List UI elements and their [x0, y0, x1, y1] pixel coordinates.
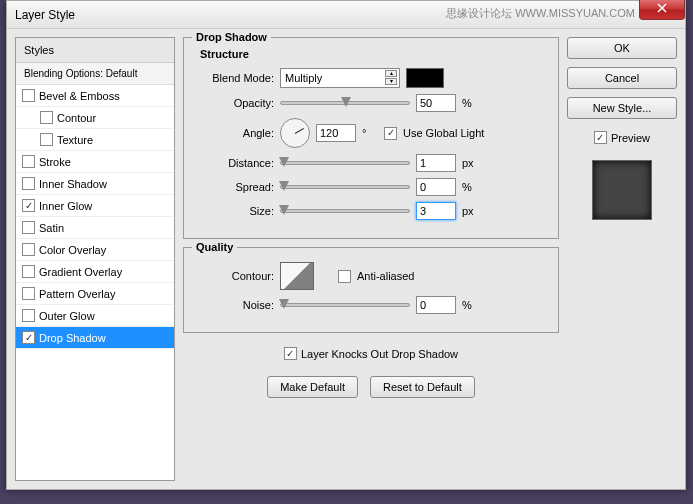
reset-default-button[interactable]: Reset to Default	[370, 376, 475, 398]
quality-group: Quality Contour: Anti-aliased Noise: 0 %	[183, 247, 559, 333]
contour-label: Contour:	[194, 270, 274, 282]
style-item-color-overlay[interactable]: Color Overlay	[16, 239, 174, 261]
spread-input[interactable]: 0	[416, 178, 456, 196]
angle-unit: °	[362, 127, 378, 139]
structure-group: Drop Shadow Structure Blend Mode: Multip…	[183, 37, 559, 239]
size-input[interactable]: 3	[416, 202, 456, 220]
style-checkbox[interactable]	[40, 111, 53, 124]
spread-label: Spread:	[194, 181, 274, 193]
style-checkbox[interactable]	[22, 265, 35, 278]
style-label: Inner Shadow	[39, 178, 107, 190]
style-label: Color Overlay	[39, 244, 106, 256]
spread-unit: %	[462, 181, 478, 193]
quality-title: Quality	[192, 241, 237, 253]
style-label: Inner Glow	[39, 200, 92, 212]
cancel-button[interactable]: Cancel	[567, 67, 677, 89]
settings-panel: Drop Shadow Structure Blend Mode: Multip…	[183, 37, 559, 481]
watermark: 思缘设计论坛 WWW.MISSYUAN.COM	[446, 6, 635, 21]
blend-mode-select[interactable]: Multiply ▴▾	[280, 68, 400, 88]
spread-slider[interactable]	[280, 185, 410, 189]
angle-dial[interactable]	[280, 118, 310, 148]
antialiased-checkbox[interactable]	[338, 270, 351, 283]
style-item-contour[interactable]: Contour	[16, 107, 174, 129]
style-label: Texture	[57, 134, 93, 146]
panel-title: Drop Shadow	[192, 31, 271, 43]
close-button[interactable]	[639, 0, 685, 20]
style-checkbox[interactable]	[22, 287, 35, 300]
knockout-checkbox[interactable]	[284, 347, 297, 360]
knockout-label: Layer Knocks Out Drop Shadow	[301, 348, 458, 360]
size-label: Size:	[194, 205, 274, 217]
style-checkbox[interactable]	[22, 331, 35, 344]
noise-slider[interactable]	[280, 303, 410, 307]
style-checkbox[interactable]	[22, 199, 35, 212]
style-item-satin[interactable]: Satin	[16, 217, 174, 239]
style-item-bevel-emboss[interactable]: Bevel & Emboss	[16, 85, 174, 107]
style-label: Drop Shadow	[39, 332, 106, 344]
style-item-inner-shadow[interactable]: Inner Shadow	[16, 173, 174, 195]
style-checkbox[interactable]	[22, 89, 35, 102]
opacity-input[interactable]: 50	[416, 94, 456, 112]
antialiased-label: Anti-aliased	[357, 270, 414, 282]
opacity-unit: %	[462, 97, 478, 109]
ok-button[interactable]: OK	[567, 37, 677, 59]
style-item-texture[interactable]: Texture	[16, 129, 174, 151]
style-label: Stroke	[39, 156, 71, 168]
titlebar[interactable]: Layer Style 思缘设计论坛 WWW.MISSYUAN.COM	[7, 1, 685, 29]
layer-style-dialog: Layer Style 思缘设计论坛 WWW.MISSYUAN.COM Styl…	[6, 0, 686, 490]
style-label: Contour	[57, 112, 96, 124]
preview-label: Preview	[611, 132, 650, 144]
style-item-outer-glow[interactable]: Outer Glow	[16, 305, 174, 327]
style-checkbox[interactable]	[22, 155, 35, 168]
distance-unit: px	[462, 157, 478, 169]
style-item-drop-shadow[interactable]: Drop Shadow	[16, 327, 174, 349]
style-checkbox[interactable]	[22, 177, 35, 190]
dialog-buttons: OK Cancel New Style... Preview	[567, 37, 677, 481]
style-item-stroke[interactable]: Stroke	[16, 151, 174, 173]
global-light-checkbox[interactable]	[384, 127, 397, 140]
opacity-label: Opacity:	[194, 97, 274, 109]
style-checkbox[interactable]	[22, 221, 35, 234]
styles-header[interactable]: Styles	[16, 38, 174, 63]
style-label: Satin	[39, 222, 64, 234]
size-unit: px	[462, 205, 478, 217]
contour-picker[interactable]	[280, 262, 314, 290]
structure-title: Structure	[200, 48, 548, 60]
noise-label: Noise:	[194, 299, 274, 311]
distance-slider[interactable]	[280, 161, 410, 165]
style-label: Pattern Overlay	[39, 288, 115, 300]
make-default-button[interactable]: Make Default	[267, 376, 358, 398]
style-checkbox[interactable]	[22, 309, 35, 322]
style-label: Bevel & Emboss	[39, 90, 120, 102]
global-light-label: Use Global Light	[403, 127, 484, 139]
blend-mode-label: Blend Mode:	[194, 72, 274, 84]
style-item-gradient-overlay[interactable]: Gradient Overlay	[16, 261, 174, 283]
noise-unit: %	[462, 299, 478, 311]
style-item-inner-glow[interactable]: Inner Glow	[16, 195, 174, 217]
window-title: Layer Style	[15, 8, 75, 22]
style-item-pattern-overlay[interactable]: Pattern Overlay	[16, 283, 174, 305]
angle-label: Angle:	[194, 127, 274, 139]
blending-options[interactable]: Blending Options: Default	[16, 63, 174, 85]
style-checkbox[interactable]	[22, 243, 35, 256]
style-label: Outer Glow	[39, 310, 95, 322]
styles-list: Styles Blending Options: Default Bevel &…	[15, 37, 175, 481]
preview-checkbox[interactable]	[594, 131, 607, 144]
angle-input[interactable]: 120	[316, 124, 356, 142]
distance-label: Distance:	[194, 157, 274, 169]
preview-thumbnail	[592, 160, 652, 220]
style-checkbox[interactable]	[40, 133, 53, 146]
distance-input[interactable]: 1	[416, 154, 456, 172]
new-style-button[interactable]: New Style...	[567, 97, 677, 119]
style-label: Gradient Overlay	[39, 266, 122, 278]
opacity-slider[interactable]	[280, 101, 410, 105]
shadow-color-swatch[interactable]	[406, 68, 444, 88]
noise-input[interactable]: 0	[416, 296, 456, 314]
size-slider[interactable]	[280, 209, 410, 213]
